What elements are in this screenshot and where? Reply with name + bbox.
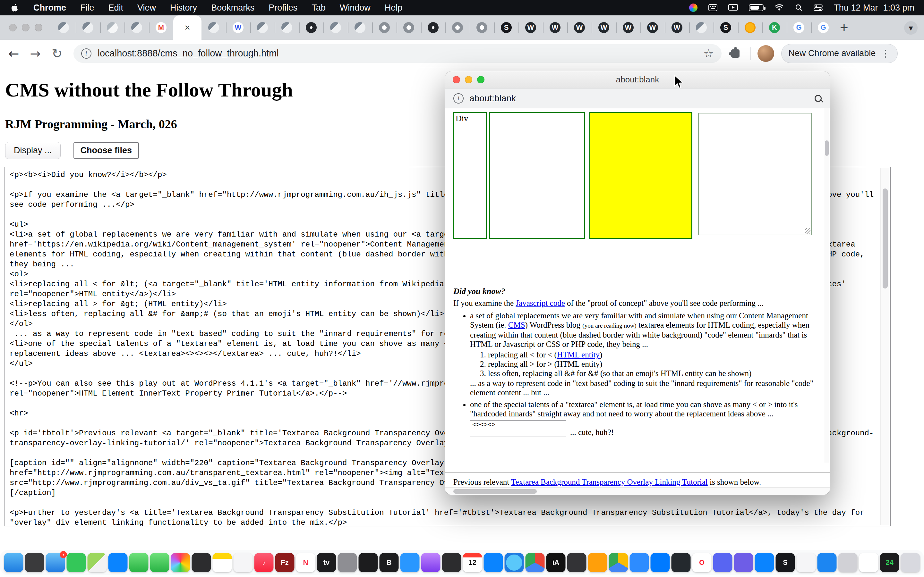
browser-tab[interactable]: G — [811, 15, 835, 40]
spotlight-search-icon[interactable] — [795, 4, 803, 11]
html-entity-link[interactable]: HTML entity — [557, 350, 599, 359]
popup-url-text[interactable]: about:blank — [469, 93, 516, 103]
browser-tab[interactable]: G — [787, 15, 811, 40]
dock-icon[interactable] — [651, 553, 670, 572]
back-button[interactable]: ← — [8, 47, 19, 60]
browser-tab[interactable] — [76, 15, 100, 40]
dock-icon[interactable] — [171, 553, 190, 572]
browser-tab[interactable]: S — [494, 15, 519, 40]
dock-icon[interactable] — [525, 553, 545, 572]
dock-icon[interactable] — [359, 553, 378, 572]
browser-tab[interactable]: M — [149, 15, 173, 40]
dock-icon[interactable] — [567, 553, 586, 572]
menu-item[interactable]: History — [170, 3, 197, 13]
address-bar[interactable]: i localhost:8888/cms_no_follow_through.h… — [73, 44, 722, 63]
browser-tab[interactable]: W — [519, 15, 543, 40]
dock-icon[interactable]: N — [296, 553, 315, 572]
browser-tab[interactable] — [124, 15, 149, 40]
dock-icon[interactable] — [4, 553, 23, 572]
site-info-icon[interactable]: i — [81, 48, 91, 59]
menu-item[interactable]: Edit — [108, 3, 124, 13]
dock-icon[interactable] — [442, 553, 461, 572]
dock-icon[interactable] — [108, 553, 128, 572]
popup-url-bar[interactable]: i about:blank — [445, 89, 830, 108]
popup-title-bar[interactable]: about:blank — [445, 71, 830, 89]
browser-tab[interactable]: W — [567, 15, 591, 40]
dock-icon[interactable] — [87, 553, 107, 572]
active-tab[interactable]: × — [173, 15, 202, 40]
dock-icon[interactable]: 24 — [880, 553, 899, 572]
popup-vertical-scrollbar[interactable] — [824, 108, 829, 463]
zoom-window-button[interactable] — [35, 24, 42, 31]
scrollbar-thumb[interactable] — [883, 189, 888, 288]
minimize-window-button[interactable] — [22, 24, 29, 31]
menu-item[interactable]: View — [137, 3, 156, 13]
javascript-code-link[interactable]: Javascript code — [515, 299, 565, 308]
control-center-icon[interactable] — [814, 5, 822, 11]
dock-icon[interactable] — [192, 553, 211, 572]
browser-tab[interactable] — [397, 15, 421, 40]
browser-tab[interactable]: W — [640, 15, 665, 40]
browser-tab[interactable] — [372, 15, 397, 40]
close-window-button[interactable] — [9, 24, 17, 31]
choose-files-button[interactable]: Choose files — [73, 142, 139, 159]
browser-menu-icon[interactable]: ⋮ — [881, 48, 890, 59]
popup-page-info-icon[interactable]: i — [453, 93, 464, 103]
dock-icon[interactable] — [630, 553, 649, 572]
browser-tab[interactable] — [445, 15, 470, 40]
browser-tab[interactable]: W — [591, 15, 616, 40]
browser-tab[interactable] — [323, 15, 348, 40]
menu-item[interactable]: Help — [384, 3, 403, 13]
dock-icon[interactable]: • — [46, 553, 65, 572]
dock-icon[interactable] — [588, 553, 607, 572]
dock-icon[interactable] — [609, 553, 628, 572]
browser-tab[interactable] — [470, 15, 494, 40]
dock-icon[interactable] — [817, 553, 837, 572]
browser-tab[interactable] — [250, 15, 275, 40]
dock-icon[interactable] — [713, 553, 732, 572]
browser-tab[interactable] — [689, 15, 714, 40]
browser-tab[interactable]: W — [226, 15, 250, 40]
profile-avatar[interactable] — [758, 45, 774, 62]
forward-button[interactable]: → — [30, 47, 41, 60]
demo-overlay-textarea[interactable] — [698, 113, 812, 235]
browser-tab[interactable]: W — [616, 15, 640, 40]
browser-tab[interactable] — [738, 15, 762, 40]
popup-minimize-button[interactable] — [465, 76, 472, 83]
battery-icon[interactable] — [749, 4, 764, 11]
browser-tab[interactable] — [275, 15, 299, 40]
wifi-icon[interactable] — [774, 4, 784, 11]
browser-tab[interactable] — [202, 15, 226, 40]
dock-icon[interactable] — [505, 553, 524, 572]
dock-icon[interactable] — [755, 553, 774, 572]
dock-icon[interactable]: iA — [546, 553, 565, 572]
dock-icon[interactable] — [67, 553, 86, 572]
textarea-vertical-scrollbar[interactable] — [880, 168, 889, 525]
menu-item[interactable]: File — [80, 3, 94, 13]
reload-button[interactable]: ↻ — [52, 47, 63, 60]
popup-zoom-button[interactable] — [477, 76, 485, 83]
dock-icon[interactable]: O — [692, 553, 712, 572]
dock-icon[interactable]: Fz — [275, 553, 294, 572]
dock-icon[interactable]: B — [380, 553, 399, 572]
popup-close-button[interactable] — [453, 76, 460, 83]
previous-tutorial-link[interactable]: Textarea Background Transparency Overlay… — [511, 478, 708, 486]
browser-tab[interactable] — [100, 15, 124, 40]
browser-tab[interactable]: K — [762, 15, 787, 40]
tab-search-button[interactable]: ▾ — [904, 21, 918, 35]
menu-item[interactable]: Tab — [312, 3, 326, 13]
dock-icon[interactable] — [672, 553, 691, 572]
mini-textarea[interactable]: <><><> — [470, 420, 566, 437]
browser-tab[interactable] — [299, 15, 323, 40]
dock-icon[interactable]: tv — [317, 553, 336, 572]
dock-icon[interactable] — [734, 553, 753, 572]
dock-icon[interactable]: ♪ — [254, 553, 274, 572]
browser-tab[interactable] — [421, 15, 445, 40]
dock-icon[interactable] — [859, 553, 879, 572]
menu-item[interactable]: Bookmarks — [211, 3, 254, 13]
dock-icon[interactable] — [129, 553, 149, 572]
display-button[interactable]: Display ... — [5, 142, 61, 159]
dock-icon[interactable] — [901, 553, 920, 572]
dock-icon[interactable]: S — [776, 553, 795, 572]
menu-item[interactable]: Profiles — [268, 3, 297, 13]
